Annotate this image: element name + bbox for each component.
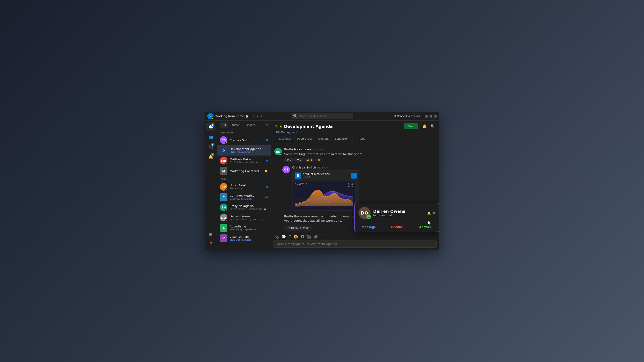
message-input[interactable]: Write a message to Development Agenda <box>274 240 437 248</box>
call-decline-button[interactable]: Decline <box>383 222 411 232</box>
file-header: 📄 product-metrics.doc 24 KB ⬇ <box>292 171 359 181</box>
notifications-button[interactable]: 🔔 <box>422 123 428 129</box>
search-bar[interactable]: 🔍 <box>291 113 353 119</box>
title-bar: U Working from home 🏠 ‹ › + 🔍 🖥 Connect … <box>204 112 440 121</box>
search-chat-button[interactable]: 🔍 <box>430 123 436 129</box>
format-button[interactable]: T <box>289 235 291 239</box>
list-item[interactable]: V Visualizations ENG Deployment <box>217 233 270 243</box>
reply-thread-button[interactable]: ↩ Reply to thread <box>284 225 312 231</box>
tab-schedule[interactable]: Schedule <box>332 136 350 142</box>
caller-avatar: DO 📞 <box>358 207 370 219</box>
list-item[interactable]: M Marketing Collateral 🔔 <box>217 166 270 176</box>
chat-info: Common Metrics Usability research <box>230 194 263 200</box>
svg-text:7006: 7006 <box>342 200 345 201</box>
mention-button[interactable]: @ <box>314 235 318 239</box>
nav-forward-button[interactable]: › <box>256 114 259 118</box>
tab-add-button[interactable]: + <box>350 136 355 142</box>
list-item[interactable]: MB Matthew Baker Do Not Disturb · Out fo… <box>217 156 270 166</box>
mention-indicator: @ <box>265 196 268 199</box>
meet-button[interactable]: Meet <box>404 123 418 129</box>
tab-apps[interactable]: Apps <box>355 136 368 142</box>
nav-back-button[interactable]: ‹ <box>252 114 255 118</box>
image-button[interactable]: 🖼 <box>301 235 304 239</box>
list-item[interactable]: UP Umar Patel Presenting <box>217 182 270 192</box>
nav-activity[interactable]: 🔔 1 <box>206 152 215 161</box>
list-item[interactable]: C Common Metrics Usability research @ <box>217 192 270 202</box>
star-icon[interactable]: ★ <box>279 124 282 128</box>
maximize-button[interactable]: □ <box>430 115 432 117</box>
nav-chat[interactable]: 💬 4 <box>206 122 215 131</box>
reaction-rocket[interactable]: 🚀 1 <box>284 158 294 162</box>
sidebar-tab-all[interactable]: All <box>220 122 228 128</box>
call-answer-button[interactable]: Answer <box>411 222 439 232</box>
input-placeholder: Write a message to Development Agenda <box>276 242 337 246</box>
search-icon: 🔍 <box>293 114 298 118</box>
list-item[interactable]: DO Darren Owens In a call · Working from… <box>217 213 270 223</box>
svg-point-5 <box>344 198 344 199</box>
channel-title: Development Agenda <box>284 124 333 129</box>
other-label: Other <box>217 176 270 182</box>
monitor-icon: 🖥 <box>393 115 396 118</box>
contact-status: In a call · Working from home 🏠 <box>230 218 268 221</box>
sidebar-tab-spaces[interactable]: Spaces <box>243 122 258 128</box>
avatar: V <box>220 234 228 242</box>
attachment-button[interactable]: 📎 <box>274 235 279 239</box>
reaction-heart[interactable]: ❤️ 2 <box>295 158 303 162</box>
file-download-button[interactable]: ⬇ <box>351 173 357 179</box>
tab-content[interactable]: Content <box>315 136 332 142</box>
user-avatar[interactable]: U <box>207 113 214 119</box>
emoji-button[interactable]: 😊 <box>294 235 298 239</box>
contact-status: Usability research <box>230 197 263 200</box>
nav-teams[interactable]: ⊞ <box>206 230 215 239</box>
add-reaction-button[interactable]: 😊 <box>315 158 323 162</box>
giphy-button[interactable]: 🎬 <box>307 235 312 239</box>
connect-device-button[interactable]: 🖥 Connect to a device <box>393 115 420 118</box>
list-item[interactable]: D Development Agenda ENG Deployment <box>217 145 270 156</box>
sidebar-tabs: All Direct Spaces ≡ <box>217 121 270 128</box>
call-close-button[interactable]: ✕ <box>433 211 435 215</box>
chart-preview: ANALYSIS 2493 7658 <box>292 181 355 211</box>
list-item[interactable]: A Advertising Marketing Department <box>217 223 270 233</box>
reply-icon: ↩ <box>288 226 290 230</box>
reaction-thumbs[interactable]: 👍 2 <box>304 158 314 162</box>
contact-status: Presenting <box>230 187 264 190</box>
unread-indicator <box>266 160 268 162</box>
status-dot <box>225 209 228 211</box>
close-button[interactable]: ✕ <box>434 115 437 117</box>
contact-name: Umar Patel <box>230 184 264 187</box>
list-item[interactable]: EN Emily Nakagawa In a meeting · Catchin… <box>217 202 270 213</box>
chart-svg: 2400 6361 5172 5640 5066 5140 7006 <box>292 181 355 211</box>
list-item[interactable]: CS Clarissa Smith <box>217 135 270 145</box>
sidebar-tab-direct[interactable]: Direct <box>229 122 242 128</box>
message-group: EN Emily Nakagawa 8:20 AM Some exciting … <box>274 148 436 162</box>
chat-tabs: Messages People (30) Content Schedule + … <box>274 136 436 142</box>
call-message-button[interactable]: Message <box>355 222 382 232</box>
chat-bubble-button[interactable]: 💬 <box>282 235 286 239</box>
svg-text:5140: 5140 <box>334 201 337 202</box>
title-bar-right: 🖥 Connect to a device — □ ✕ <box>380 115 437 118</box>
minimize-button[interactable]: — <box>425 115 428 117</box>
message-author: Emily Nakagawa <box>284 148 311 151</box>
nav-arrows: ‹ › + <box>252 114 264 118</box>
people-icon: 👥 <box>208 134 213 139</box>
call-bell-button[interactable]: 🔔 <box>427 211 431 215</box>
nav-people[interactable]: 👥 <box>206 132 215 141</box>
settings-icon[interactable]: ⚙ <box>274 124 277 128</box>
svg-text:2400: 2400 <box>295 206 299 208</box>
nav-help[interactable]: ❓ <box>206 240 215 249</box>
sidebar-filter-button[interactable]: ≡ <box>266 123 268 127</box>
nav-add-button[interactable]: + <box>260 114 263 118</box>
chat-info: Emily Nakagawa In a meeting · Catching u… <box>230 204 268 211</box>
svg-text:5066: 5066 <box>327 201 330 203</box>
phone-icon: 📞 <box>366 215 371 219</box>
contact-status: Do Not Disturb · Out for a walk <box>230 161 264 164</box>
contact-name: Visualizations <box>230 235 268 238</box>
chat-info: Visualizations ENG Deployment <box>230 235 268 241</box>
chat-info: Development Agenda ENG Deployment <box>230 147 268 153</box>
nav-calls[interactable]: 📞 1 <box>206 142 215 151</box>
header-action-icons: 🔔 🔍 <box>422 123 436 129</box>
tab-messages[interactable]: Messages <box>274 136 294 142</box>
search-input[interactable] <box>299 115 351 118</box>
tab-people[interactable]: People (30) <box>294 136 315 142</box>
more-options-button[interactable]: ⊞ <box>320 235 323 239</box>
